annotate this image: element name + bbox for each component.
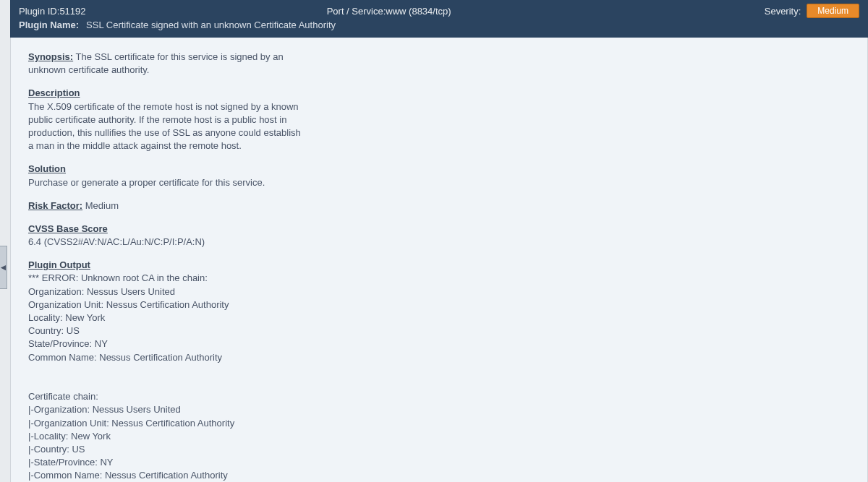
side-expand-tab[interactable]: ◄ [0,246,7,289]
solution-label: Solution [28,163,303,176]
plugin-output-section: Plugin Output *** ERROR: Unknown root CA… [28,259,850,482]
plugin-output-value: *** ERROR: Unknown root CA in the chain:… [28,272,850,482]
plugin-name-label: Plugin Name: [19,20,79,30]
triangle-left-icon: ◄ [0,262,7,272]
risk-factor-value: Medium [85,200,119,211]
synopsis-label: Synopsis: [28,51,73,62]
plugin-name-value: SSL Certificate signed with an unknown C… [86,20,336,30]
description-value: The X.509 certificate of the remote host… [28,100,303,153]
solution-section: Solution Purchase or generate a proper c… [28,163,303,189]
description-label: Description [28,87,303,100]
port-service-label: Port / Service: [327,6,386,17]
synopsis-section: Synopsis: The SSL certificate for this s… [28,51,303,77]
cvss-label: CVSS Base Score [28,223,303,236]
solution-value: Purchase or generate a proper certificat… [28,176,303,189]
risk-factor-label: Risk Factor: [28,200,82,211]
severity-label: Severity: [765,6,801,17]
plugin-detail-panel: Plugin ID: 51192 Port / Service: www (88… [10,0,868,482]
cvss-value: 6.4 (CVSS2#AV:N/AC:L/Au:N/C:P/I:P/A:N) [28,236,303,249]
detail-content: Synopsis: The SSL certificate for this s… [10,38,868,482]
detail-header: Plugin ID: 51192 Port / Service: www (88… [10,0,868,38]
port-service-value: www (8834/tcp) [386,6,451,17]
cvss-section: CVSS Base Score 6.4 (CVSS2#AV:N/AC:L/Au:… [28,223,303,249]
plugin-output-label: Plugin Output [28,259,850,272]
severity-badge: Medium [807,4,859,18]
description-section: Description The X.509 certificate of the… [28,87,303,152]
risk-factor-section: Risk Factor: Medium [28,199,303,212]
